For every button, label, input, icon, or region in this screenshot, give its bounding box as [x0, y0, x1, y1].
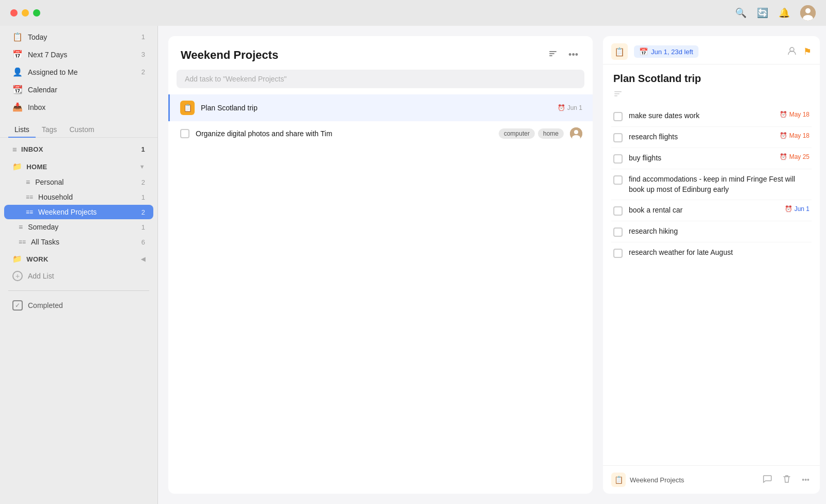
detail-checkbox-dates[interactable] — [613, 112, 623, 121]
sidebar-item-today[interactable]: 📋 Today 1 — [4, 28, 153, 45]
sidebar-item-weekend-projects[interactable]: ≡≡ Weekend Projects 2 — [4, 205, 153, 219]
detail-task-dates[interactable]: make sure dates work ⏰ May 18 — [611, 106, 812, 127]
household-label: Household — [38, 193, 136, 201]
detail-checkbox-hiking[interactable] — [613, 227, 623, 237]
task-due-plan-scotland: ⏰ Jun 1 — [558, 104, 582, 111]
task-list-title: Weekend Projects — [181, 48, 539, 62]
add-task-field[interactable]: Add task to "Weekend Projects" — [177, 70, 584, 88]
comment-button[interactable] — [760, 472, 774, 487]
sidebar-item-assigned[interactable]: 👤 Assigned to Me 2 — [4, 63, 153, 80]
task-checkbox-organize-photos[interactable] — [180, 129, 189, 138]
avatar[interactable] — [800, 5, 816, 21]
add-list-icon: + — [12, 271, 23, 281]
detail-task-due-dates: ⏰ May 18 — [780, 111, 809, 118]
sidebar-item-all-tasks[interactable]: ≡≡ All Tasks 6 — [4, 235, 153, 249]
more-button[interactable]: ••• — [566, 47, 580, 62]
list-sections: ≡ INBOX 1 📁 HOME ▼ ≡ Personal 2 ≡≡ Hou — [0, 142, 157, 267]
checklist-toggle[interactable] — [603, 89, 820, 106]
sidebar-item-household[interactable]: ≡≡ Household 1 — [4, 190, 153, 204]
sort-button[interactable] — [546, 46, 560, 63]
detail-task-text-buy-flights: buy flights — [629, 153, 773, 164]
section-work[interactable]: 📁 WORK ◀ — [4, 251, 153, 267]
detail-task-buy-flights[interactable]: buy flights ⏰ May 25 — [611, 148, 812, 169]
sidebar-item-completed[interactable]: ✓ Completed — [4, 297, 153, 314]
tag-computer[interactable]: computer — [499, 128, 535, 139]
alarm-rental-icon: ⏰ — [785, 205, 792, 213]
task-item-organize-photos[interactable]: Organize digital photos and share with T… — [168, 121, 593, 146]
detail-checkbox-flights[interactable] — [613, 133, 623, 142]
alltasks-count: 6 — [141, 238, 145, 246]
maximize-button[interactable] — [33, 9, 40, 17]
alltasks-label: All Tasks — [31, 238, 136, 246]
assign-button[interactable] — [785, 43, 799, 60]
detail-due-badge[interactable]: 📅 Jun 1, 23d left — [634, 45, 698, 58]
sync-icon[interactable]: 🔄 — [757, 7, 768, 19]
task-item-plan-scotland[interactable]: 📋 Plan Scotland trip ⏰ Jun 1 — [168, 94, 593, 121]
tab-custom[interactable]: Custom — [63, 122, 100, 138]
sidebar-item-someday[interactable]: ≡ Someday 1 — [4, 220, 153, 234]
home-children: ≡ Personal 2 ≡≡ Household 1 ≡≡ Weekend P… — [0, 175, 157, 219]
household-count: 1 — [141, 193, 145, 201]
tab-lists[interactable]: Lists — [8, 122, 36, 138]
alltasks-icon: ≡≡ — [19, 238, 26, 246]
next7days-icon: 📅 — [12, 50, 23, 59]
inbox-label: Inbox — [28, 103, 145, 111]
detail-more-button[interactable]: ••• — [800, 473, 812, 486]
inbox-section-icon: ≡ — [12, 145, 17, 154]
titlebar: 🔍 🔄 🔔 — [0, 0, 826, 26]
task-name-plan-scotland: Plan Scotland trip — [201, 104, 551, 112]
detail-checkbox-weather[interactable] — [613, 249, 623, 258]
search-icon[interactable]: 🔍 — [735, 7, 746, 19]
someday-count: 1 — [141, 223, 145, 231]
flag-icon: ⚑ — [803, 46, 812, 57]
detail-tasks: make sure dates work ⏰ May 18 research f… — [603, 106, 820, 465]
svg-rect-11 — [614, 93, 620, 94]
detail-task-due-rental-car: ⏰ Jun 1 — [785, 205, 809, 213]
detail-checkbox-accommodations[interactable] — [613, 175, 623, 185]
detail-toolbar: 📋 📅 Jun 1, 23d left ⚑ — [603, 36, 820, 64]
detail-bottom-bar: 📋 Weekend Projects — [603, 465, 820, 494]
sidebar-item-next7days[interactable]: 📅 Next 7 Days 3 — [4, 46, 153, 63]
main-layout: 📋 Today 1 📅 Next 7 Days 3 👤 Assigned to … — [0, 26, 826, 504]
detail-task-rental-car[interactable]: book a rental car ⏰ Jun 1 — [611, 200, 812, 221]
tab-tags[interactable]: Tags — [36, 122, 63, 138]
flag-button[interactable]: ⚑ — [803, 46, 812, 57]
add-list-button[interactable]: + Add List — [4, 267, 153, 285]
alarm-buy-flights-icon: ⏰ — [780, 153, 787, 160]
weekend-count: 2 — [141, 208, 145, 216]
inbox-section-count: 1 — [141, 145, 145, 153]
detail-task-text-accommodations: find accommodations - keep in mind Fring… — [629, 174, 809, 194]
detail-checkbox-rental-car[interactable] — [613, 206, 623, 216]
tag-home[interactable]: home — [538, 128, 564, 139]
sidebar-item-inbox[interactable]: 📥 Inbox — [4, 99, 153, 116]
task-tags-organize-photos: computer home — [499, 128, 564, 139]
detail-task-accommodations[interactable]: find accommodations - keep in mind Fring… — [611, 169, 812, 200]
sidebar-item-calendar[interactable]: 📆 Calendar — [4, 81, 153, 98]
detail-task-hiking[interactable]: research hiking — [611, 221, 812, 242]
inbox-section-label: INBOX — [21, 145, 137, 153]
assigned-icon: 👤 — [12, 67, 23, 77]
sidebar-item-personal[interactable]: ≡ Personal 2 — [4, 175, 153, 189]
minimize-button[interactable] — [22, 9, 29, 17]
detail-panel: 📋 📅 Jun 1, 23d left ⚑ — [603, 36, 820, 494]
personal-icon: ≡ — [26, 178, 30, 186]
calendar-icon: 📆 — [12, 85, 23, 94]
detail-list-name: Weekend Projects — [630, 476, 684, 484]
someday-label: Someday — [28, 223, 136, 231]
section-home[interactable]: 📁 HOME ▼ — [4, 159, 153, 174]
notification-icon[interactable]: 🔔 — [779, 7, 790, 19]
delete-button[interactable] — [780, 472, 793, 487]
detail-task-flights-research[interactable]: research flights ⏰ May 18 — [611, 127, 812, 148]
detail-task-weather[interactable]: research weather for late August — [611, 242, 812, 263]
sidebar-tabs: Lists Tags Custom — [0, 118, 157, 138]
close-button[interactable] — [10, 9, 18, 17]
section-inbox[interactable]: ≡ INBOX 1 — [4, 142, 153, 157]
task-list-header: Weekend Projects ••• — [168, 36, 593, 70]
home-chevron-icon: ▼ — [139, 164, 145, 170]
detail-checkbox-buy-flights[interactable] — [613, 154, 623, 164]
inbox-icon: 📥 — [12, 102, 23, 112]
detail-title: Plan Scotland trip — [603, 64, 820, 89]
today-count: 1 — [141, 33, 145, 41]
completed-label: Completed — [28, 301, 63, 310]
titlebar-actions: 🔍 🔄 🔔 — [735, 5, 816, 21]
